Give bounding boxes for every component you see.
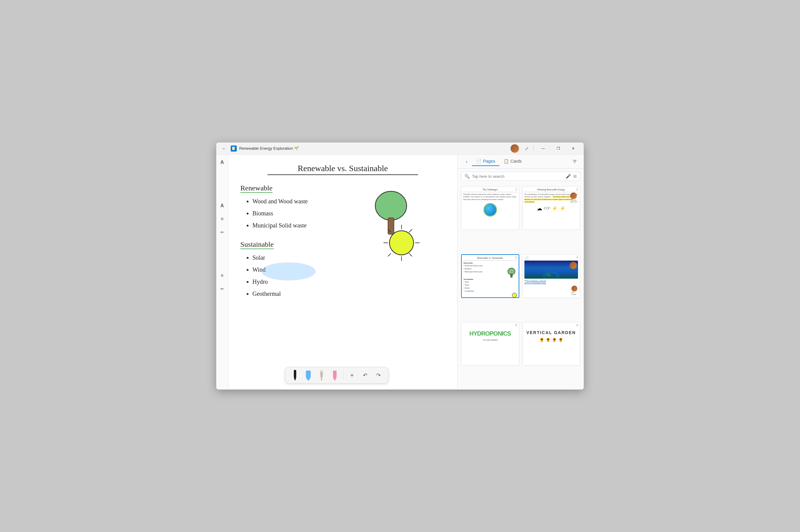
list-tool-1[interactable]: ≡: [218, 215, 227, 223]
svg-point-12: [262, 262, 316, 281]
page-thumb-5[interactable]: 5 HYDROPONICS *no soil needed: [461, 322, 519, 366]
undo-button[interactable]: ↶: [361, 370, 370, 380]
black-pen-tool[interactable]: [290, 369, 300, 381]
page-thumb-6-inner: VERTICAL GARDEN 🌻 🌻 🌻 🌻: [522, 322, 580, 365]
titlebar-left: ← 📝 Renewable Energy Exploration 🌱: [220, 144, 511, 153]
sustainable-heading: Sustainable: [240, 241, 274, 249]
page-thumb-4-inner: ★ this is important - must see all forms…: [522, 254, 580, 298]
svg-rect-18: [321, 370, 323, 372]
page-thumb-5-inner: HYDROPONICS *no soil needed: [461, 322, 519, 365]
draw-tool-1[interactable]: ✏: [218, 228, 227, 236]
app-title: Renewable Energy Exploration 🌱: [239, 146, 299, 151]
minimize-button[interactable]: —: [536, 144, 550, 153]
renewable-heading: Renewable: [240, 184, 272, 192]
expand-icon[interactable]: ⤢: [522, 144, 531, 153]
page-thumb-3-inner: Renewable vs. Sustainable Renewable • Wo…: [462, 255, 519, 297]
pink-eraser-tool[interactable]: [330, 369, 340, 381]
list-item: Geothermal: [252, 288, 445, 300]
thumb-title-2: Defining Renewable Energy: [525, 188, 578, 192]
app-icon: 📝: [231, 146, 237, 152]
restore-button[interactable]: ❐: [551, 144, 565, 153]
page-num-1: 1: [515, 188, 517, 191]
main-content: A A ≡ ✏ ≡ ✏ 3 ⋮ Renewable vs. Sustainabl…: [216, 154, 584, 390]
pages-tab-label: Pages: [483, 159, 495, 164]
tab-group: 📄 Pages 📋 Cards: [472, 157, 569, 166]
close-button[interactable]: ✕: [566, 144, 580, 153]
svg-point-28: [543, 271, 560, 279]
page4-doc-icon: 📄: [525, 256, 529, 261]
draw-tool-2[interactable]: ✏: [218, 285, 227, 293]
blue-pen-tool[interactable]: [304, 369, 313, 381]
list-item: Biomass: [252, 207, 445, 219]
svg-point-29: [545, 273, 557, 279]
svg-rect-21: [333, 370, 337, 378]
thumb-title-3: Renewable vs. Sustainable: [463, 256, 517, 261]
page-thumb-1[interactable]: 1 The Challenges Scientific concerns abo…: [461, 186, 519, 230]
page-content: Renewable vs. Sustainable Renewabl: [240, 164, 445, 300]
search-input[interactable]: [472, 174, 563, 179]
thumb-globe: [483, 203, 497, 216]
svg-line-7: [409, 229, 412, 232]
svg-point-0: [375, 191, 407, 220]
list-tool-2[interactable]: ≡: [218, 271, 227, 280]
notebook-page: Renewable vs. Sustainable Renewabl: [228, 154, 457, 390]
svg-line-9: [409, 253, 412, 256]
cards-tab-icon: 📋: [503, 159, 509, 164]
toolbar-divider: [343, 371, 344, 380]
sort-icon[interactable]: ⊞: [573, 174, 577, 179]
svg-point-30: [546, 273, 551, 277]
page-num-2: 2: [576, 188, 578, 191]
page2-icons: ☁ CO² ⚡ ⚡: [525, 205, 578, 212]
thumb-vertical-garden-text: VERTICAL GARDEN: [525, 330, 578, 335]
svg-rect-15: [306, 370, 311, 378]
filter-button[interactable]: [570, 157, 579, 166]
right-panel: › 📄 Pages 📋 Cards: [457, 154, 584, 390]
divider: [533, 146, 534, 152]
bottom-toolbar: + ↶ ↷: [285, 367, 388, 383]
titlebar-controls: ⤢ — ❐ ✕: [511, 144, 580, 153]
pages-grid: 1 The Challenges Scientific concerns abo…: [458, 184, 584, 390]
thumb-content-1: Scientific concerns about the wood conte…: [463, 193, 517, 201]
titlebar: ← 📝 Renewable Energy Exploration 🌱 ⤢ — ❐…: [216, 142, 584, 154]
search-bar: 🔍 🎤 ⊞: [461, 172, 580, 181]
sun-drawing: [382, 223, 421, 264]
text-tool-1[interactable]: A: [218, 158, 227, 167]
cards-tab-label: Cards: [511, 159, 522, 164]
page-num-6: 6: [576, 324, 578, 327]
page-thumb-2[interactable]: 2 Defining Renewable Energy The prolifer…: [522, 186, 580, 230]
svg-rect-13: [294, 370, 297, 378]
page-num-4: 4: [576, 256, 578, 259]
page-thumb-4[interactable]: 4 📄 ★: [522, 254, 580, 298]
tab-pages[interactable]: 📄 Pages: [472, 157, 499, 166]
svg-marker-22: [333, 378, 337, 381]
page-thumb-2-inner: Defining Renewable Energy The proliferat…: [522, 187, 580, 230]
svg-line-6: [388, 229, 391, 232]
list-item: Wood and Wood waste: [252, 195, 445, 207]
page-thumb-3[interactable]: 3 Renewable vs. Sustainable Renewable • …: [461, 254, 519, 298]
gray-pen-tool[interactable]: [317, 369, 326, 381]
collapse-button[interactable]: ›: [462, 157, 471, 166]
thumb-title-1: The Challenges: [463, 188, 517, 192]
page-title: Renewable vs. Sustainable: [240, 164, 445, 173]
redo-button[interactable]: ↷: [374, 370, 383, 380]
page-thumb-6[interactable]: 6 VERTICAL GARDEN 🌻 🌻 🌻 🌻: [522, 322, 580, 366]
add-tool-button[interactable]: +: [347, 370, 357, 380]
page4-avatar-2: editis past!: [571, 286, 577, 295]
thumb-content-3b: Sustainable • Solar • Wind • Hydro • Geo…: [463, 278, 517, 292]
mic-icon[interactable]: 🎤: [566, 174, 571, 179]
tab-cards[interactable]: 📋 Cards: [499, 157, 526, 166]
svg-marker-16: [306, 378, 311, 381]
page-thumb-1-inner: The Challenges Scientific concerns about…: [461, 187, 519, 230]
thumb-hydroponics-text: HYDROPONICS: [463, 330, 517, 337]
back-button[interactable]: ←: [220, 144, 228, 153]
svg-rect-27: [511, 274, 512, 278]
page4-earth-image: [525, 261, 578, 279]
hydroponics-subtitle: *no soil needed: [463, 339, 517, 341]
text-tool-2[interactable]: A: [218, 202, 227, 210]
page-num-5: 5: [515, 324, 517, 327]
avatar: [511, 144, 519, 153]
flower-row: 🌻 🌻 🌻 🌻: [525, 337, 578, 342]
title-underline: [267, 174, 418, 175]
app-window: ← 📝 Renewable Energy Exploration 🌱 ⤢ — ❐…: [216, 142, 584, 390]
page2-person: can youteach this?: [570, 192, 577, 203]
